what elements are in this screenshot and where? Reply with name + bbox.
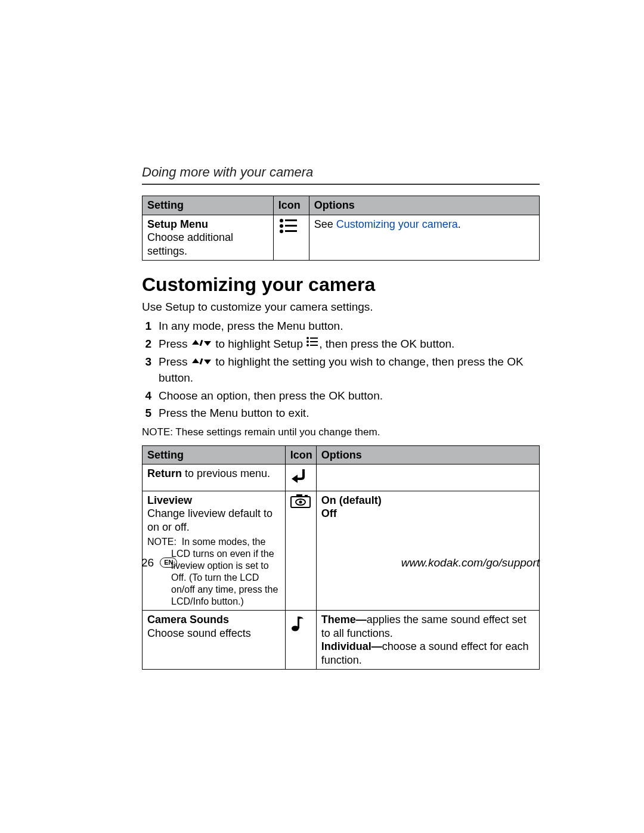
camera-liveview-icon bbox=[290, 494, 311, 512]
svg-rect-10 bbox=[310, 337, 318, 339]
footer-url: www.kodak.com/go/support bbox=[401, 556, 540, 569]
svg-rect-21 bbox=[305, 495, 308, 497]
step-5: 5 Press the Menu button to exit. bbox=[142, 405, 540, 422]
step-1: 1 In any mode, press the Menu button. bbox=[142, 318, 540, 335]
section-heading: Customizing your camera bbox=[142, 274, 540, 296]
setup-list-icon bbox=[306, 336, 319, 352]
return-rest: to previous menu. bbox=[182, 467, 270, 479]
liveview-setting: Liveview Change liveview default to on o… bbox=[143, 491, 286, 611]
step-2-b: to highlight Setup bbox=[215, 337, 306, 350]
svg-rect-1 bbox=[285, 219, 297, 221]
step-number: 4 bbox=[142, 388, 151, 404]
step-4-text: Choose an option, then press the OK butt… bbox=[159, 388, 383, 404]
customizing-link[interactable]: Customizing your camera bbox=[336, 218, 458, 230]
svg-marker-17 bbox=[204, 360, 211, 364]
step-2: 2 Press to highlight Setup bbox=[142, 336, 540, 352]
theme-label: Theme— bbox=[321, 614, 367, 625]
step-1-text: In any mode, press the Menu button. bbox=[159, 318, 343, 335]
return-options bbox=[316, 465, 539, 491]
setup-menu-desc: Choose additional settings. bbox=[147, 231, 233, 257]
steps-list: 1 In any mode, press the Menu button. 2 … bbox=[142, 318, 540, 422]
return-bold: Return bbox=[147, 467, 182, 479]
setup-list-icon bbox=[278, 218, 299, 238]
svg-point-0 bbox=[280, 219, 283, 222]
setup-menu-title: Setup Menu bbox=[147, 218, 208, 230]
step-2-c: , then press the OK button. bbox=[319, 337, 454, 350]
chapter-rule bbox=[142, 184, 540, 185]
up-down-arrows-icon bbox=[191, 336, 212, 352]
table1-row-setting: Setup Menu Choose additional settings. bbox=[143, 215, 274, 261]
svg-rect-7 bbox=[199, 340, 203, 346]
svg-rect-25 bbox=[298, 617, 299, 628]
settings-table-1: Setting Icon Options Setup Menu Choose a… bbox=[142, 196, 540, 261]
liveview-icon-cell bbox=[285, 491, 316, 611]
table-row: Camera Sounds Choose sound effects Theme… bbox=[143, 611, 540, 670]
svg-marker-6 bbox=[192, 340, 199, 345]
liveview-off: Off bbox=[321, 507, 337, 519]
svg-point-23 bbox=[299, 500, 302, 503]
return-icon-cell bbox=[285, 465, 316, 491]
return-setting: Return to previous menu. bbox=[143, 465, 286, 491]
svg-point-4 bbox=[280, 230, 283, 233]
step-5-text: Press the Menu button to exit. bbox=[159, 405, 309, 422]
table-row: Liveview Change liveview default to on o… bbox=[143, 491, 540, 611]
svg-point-13 bbox=[306, 344, 309, 346]
step-number: 2 bbox=[142, 336, 151, 352]
step-4: 4 Choose an option, then press the OK bu… bbox=[142, 388, 540, 404]
table-row: Return to previous menu. bbox=[143, 465, 540, 491]
liveview-note: NOTE: In some modes, the LCD turns on ev… bbox=[147, 536, 281, 608]
note-line: NOTE: These settings remain until you ch… bbox=[142, 426, 540, 438]
table1-row-icon-cell bbox=[273, 215, 309, 261]
liveview-on: On (default) bbox=[321, 494, 382, 506]
sounds-options: Theme—applies the same sound effect set … bbox=[316, 611, 539, 670]
page-number: 26 bbox=[141, 556, 154, 569]
table1-header-icon: Icon bbox=[273, 196, 309, 215]
svg-rect-3 bbox=[285, 225, 297, 227]
step-2-text: Press to highlight Setup , then bbox=[159, 336, 454, 352]
table2-header-icon: Icon bbox=[285, 445, 316, 465]
svg-marker-15 bbox=[192, 358, 199, 363]
see-prefix: See bbox=[314, 218, 336, 230]
liveview-note-label: NOTE: bbox=[147, 537, 177, 547]
svg-rect-5 bbox=[285, 230, 297, 232]
table2-header-options: Options bbox=[316, 445, 539, 465]
svg-point-2 bbox=[280, 224, 283, 228]
intro-text: Use Setup to customize your camera setti… bbox=[142, 301, 540, 314]
sounds-setting: Camera Sounds Choose sound effects bbox=[143, 611, 286, 670]
step-number: 5 bbox=[142, 405, 151, 422]
music-note-icon bbox=[290, 613, 306, 636]
liveview-note-body: In some modes, the LCD turns on even if … bbox=[171, 537, 278, 606]
step-3-a: Press bbox=[159, 355, 191, 368]
step-3-text: Press to highlight the setting you wish … bbox=[159, 354, 540, 386]
page-footer: 26 EN www.kodak.com/go/support bbox=[141, 555, 540, 571]
see-suffix: . bbox=[458, 218, 461, 230]
language-badge: EN bbox=[160, 558, 177, 567]
individual-label: Individual— bbox=[321, 640, 382, 652]
table1-header-setting: Setting bbox=[143, 196, 274, 215]
svg-marker-18 bbox=[292, 475, 298, 483]
up-down-arrows-icon bbox=[191, 354, 212, 370]
svg-point-11 bbox=[306, 340, 309, 343]
step-3-b: to highlight the setting you wish to cha… bbox=[159, 355, 524, 384]
liveview-desc: Change liveview default to on or off. bbox=[147, 507, 273, 533]
table1-header-options: Options bbox=[309, 196, 539, 215]
step-3: 3 Press to highlight the setting you wis… bbox=[142, 354, 540, 386]
svg-rect-20 bbox=[296, 494, 302, 497]
svg-marker-8 bbox=[204, 341, 211, 346]
sounds-icon-cell bbox=[285, 611, 316, 670]
chapter-title: Doing more with your camera bbox=[142, 165, 540, 180]
table2-header-setting: Setting bbox=[143, 445, 286, 465]
table1-row-options: See Customizing your camera. bbox=[309, 215, 539, 261]
svg-point-9 bbox=[306, 337, 309, 339]
sounds-title: Camera Sounds bbox=[147, 614, 229, 625]
return-arrow-icon bbox=[290, 467, 308, 488]
svg-rect-14 bbox=[310, 345, 318, 346]
svg-rect-16 bbox=[199, 358, 203, 364]
liveview-title: Liveview bbox=[147, 494, 192, 506]
step-number: 1 bbox=[142, 318, 151, 335]
step-2-a: Press bbox=[159, 337, 191, 350]
step-number: 3 bbox=[142, 354, 151, 370]
svg-rect-12 bbox=[310, 341, 318, 342]
sounds-desc: Choose sound effects bbox=[147, 627, 251, 639]
liveview-options: On (default) Off bbox=[316, 491, 539, 611]
